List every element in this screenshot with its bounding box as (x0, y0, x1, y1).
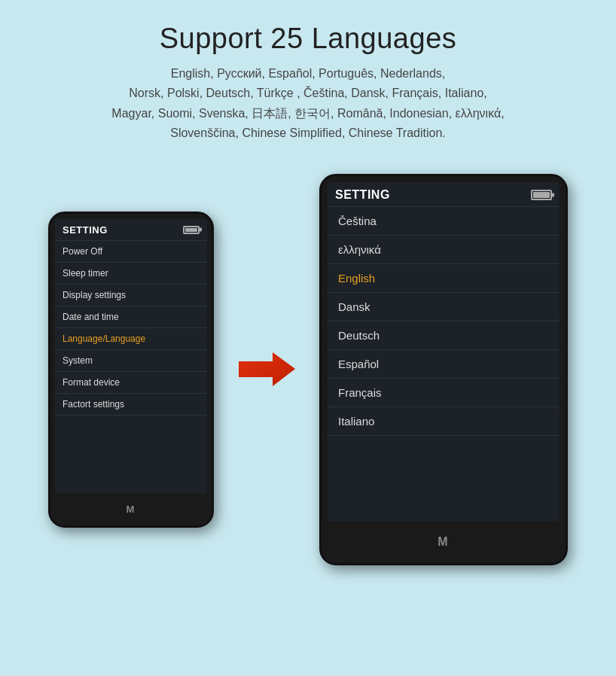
device-right-title: SETTING (335, 188, 390, 202)
list-item[interactable]: Power Off (55, 241, 207, 263)
arrow-container (236, 349, 297, 390)
subtitle: English, Русский, Español, Português, Ne… (111, 64, 504, 144)
list-item[interactable]: ελληνικά (328, 236, 560, 264)
battery-fill-left (185, 228, 197, 232)
device-left: SETTING Power OffSleep timerDisplay sett… (48, 212, 214, 528)
battery-fill-right (533, 192, 550, 198)
battery-icon-right (531, 190, 552, 200)
list-item[interactable]: Deutsch (328, 321, 560, 350)
list-item[interactable]: Display settings (55, 285, 207, 306)
list-item[interactable]: Format device (55, 372, 207, 394)
device-left-screen: SETTING Power OffSleep timerDisplay sett… (55, 218, 207, 494)
list-item[interactable]: Sleep timer (55, 263, 207, 285)
devices-container: SETTING Power OffSleep timerDisplay sett… (48, 174, 568, 565)
list-item[interactable]: English (328, 264, 560, 293)
list-item[interactable]: Factort settings (55, 394, 207, 416)
page-title: Support 25 Languages (160, 23, 457, 55)
right-arrow-icon (239, 349, 295, 390)
device-right: SETTING ČeštinaελληνικάEnglishDanskDeuts… (319, 174, 568, 565)
device-right-screen: SETTING ČeštinaελληνικάEnglishDanskDeuts… (328, 182, 560, 522)
device-right-menu: ČeštinaελληνικάEnglishDanskDeutschEspaño… (328, 207, 560, 522)
svg-marker-0 (239, 352, 295, 386)
device-left-title: SETTING (63, 224, 108, 236)
list-item[interactable]: System (55, 350, 207, 372)
device-left-bottom-label: M (127, 504, 136, 515)
battery-icon-left (183, 226, 200, 234)
device-right-header: SETTING (328, 182, 560, 207)
list-item[interactable]: Français (328, 379, 560, 407)
device-left-header: SETTING (55, 218, 207, 241)
device-left-bottom: M (50, 494, 212, 525)
device-left-menu: Power OffSleep timerDisplay settingsDate… (55, 241, 207, 494)
device-right-bottom: M (322, 522, 566, 563)
list-item[interactable]: Italiano (328, 407, 560, 436)
device-right-bottom-label: M (438, 535, 449, 549)
list-item[interactable]: Español (328, 350, 560, 379)
list-item[interactable]: Čeština (328, 207, 560, 236)
battery-body-left (183, 226, 200, 234)
list-item[interactable]: Language/Language (55, 328, 207, 350)
list-item[interactable]: Dansk (328, 293, 560, 321)
list-item[interactable]: Date and time (55, 306, 207, 328)
battery-body-right (531, 190, 552, 200)
